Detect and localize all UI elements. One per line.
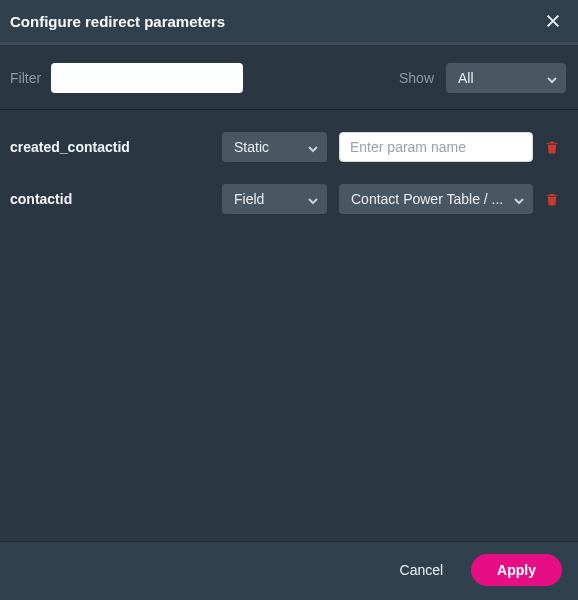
apply-button[interactable]: Apply [471, 554, 562, 586]
param-value-select[interactable]: Contact Power Table / ... [339, 184, 533, 214]
param-type-select[interactable]: Field [222, 184, 327, 214]
delete-row-button[interactable] [543, 138, 561, 156]
cancel-button[interactable]: Cancel [390, 554, 454, 586]
show-label: Show [399, 70, 434, 86]
redirect-parameters-modal: Configure redirect parameters Filter Sho… [0, 0, 578, 600]
show-select[interactable]: All [446, 63, 566, 93]
param-name: created_contactid [10, 139, 210, 155]
modal-title: Configure redirect parameters [10, 13, 225, 30]
param-type-select[interactable]: Static [222, 132, 327, 162]
param-row: created_contactid Static [10, 132, 568, 162]
modal-body: created_contactid Static contactid Field [0, 110, 578, 541]
chevron-down-icon [546, 72, 558, 84]
param-name: contactid [10, 191, 210, 207]
titlebar: Configure redirect parameters [0, 0, 578, 45]
filter-label: Filter [10, 70, 41, 86]
chevron-down-icon [307, 193, 319, 205]
param-value-input[interactable] [339, 132, 533, 162]
show-select-value: All [458, 70, 474, 86]
delete-row-button[interactable] [543, 190, 561, 208]
trash-icon [545, 192, 559, 206]
close-icon [544, 12, 562, 30]
close-button[interactable] [542, 10, 564, 32]
filter-bar: Filter Show All [0, 45, 578, 110]
param-type-value: Field [234, 191, 264, 207]
modal-footer: Cancel Apply [0, 541, 578, 600]
trash-icon [545, 140, 559, 154]
param-row: contactid Field Contact Power Table / ..… [10, 184, 568, 214]
param-type-value: Static [234, 139, 269, 155]
param-value-select-value: Contact Power Table / ... [351, 191, 503, 207]
chevron-down-icon [307, 141, 319, 153]
chevron-down-icon [513, 193, 525, 205]
filter-input[interactable] [51, 63, 243, 93]
